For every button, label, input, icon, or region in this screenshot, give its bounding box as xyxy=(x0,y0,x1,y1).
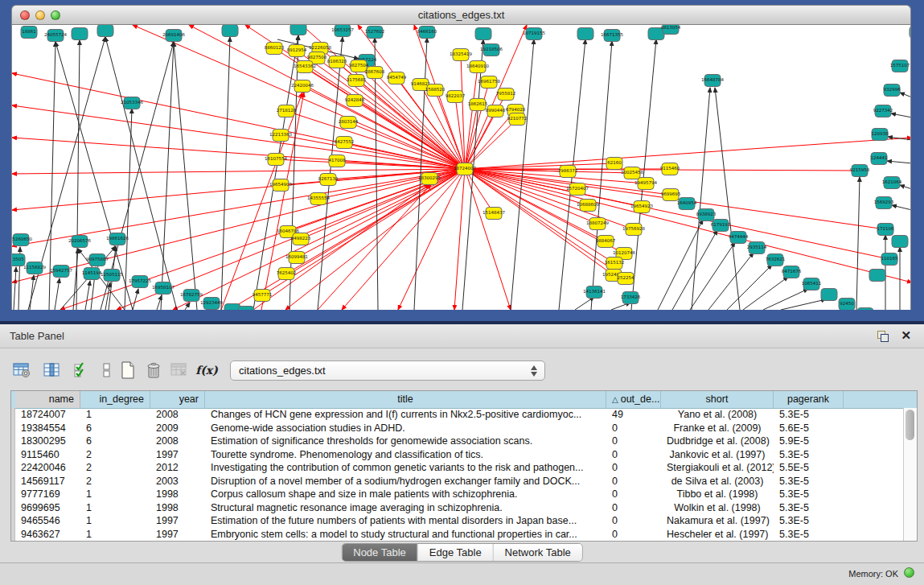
graph-node[interactable]: 8813054 xyxy=(661,25,681,35)
graph-node[interactable]: 2935114 xyxy=(747,242,767,254)
graph-node[interactable]: 9210772 xyxy=(507,113,528,126)
table-row[interactable]: 946554611997Estimation of the future num… xyxy=(11,514,904,528)
table-row[interactable]: 946362711997Embryonic stem cells: a mode… xyxy=(11,528,904,542)
graph-node[interactable]: 19861626 xyxy=(106,233,129,245)
graph-node[interactable]: 8860123 xyxy=(265,43,285,55)
graph-node[interactable]: 16648784 xyxy=(701,75,724,87)
graph-node[interactable]: 9474444 xyxy=(729,232,749,244)
graph-node[interactable]: 15942757 xyxy=(50,266,72,278)
vertical-scrollbar[interactable] xyxy=(903,408,917,541)
graph-node[interactable]: 16671355 xyxy=(601,30,623,42)
graph-node[interactable] xyxy=(72,28,88,40)
table-row[interactable]: 1456911722003Disruption of a novel membe… xyxy=(11,475,904,488)
graph-node[interactable]: 252254 xyxy=(618,273,634,285)
graph-node[interactable] xyxy=(475,28,491,40)
table-row[interactable]: 2242004622012Investigating the contribut… xyxy=(11,461,904,475)
graph-node[interactable]: 9242848 xyxy=(345,95,365,107)
table-row[interactable]: 911546021997Tourette syndrome. Phenomeno… xyxy=(11,448,904,462)
graph-node[interactable]: 9699695 xyxy=(661,189,681,201)
delete-table-button[interactable] xyxy=(169,360,190,381)
graph-node[interactable]: 12213363 xyxy=(269,130,292,142)
graph-node[interactable]: 9215958 xyxy=(850,165,870,177)
graph-node[interactable]: 19218506 xyxy=(480,44,503,56)
graph-node[interactable]: 8267130 xyxy=(318,174,339,186)
graph-node[interactable]: 92450 xyxy=(839,299,855,311)
graph-node[interactable]: 7625402 xyxy=(277,268,297,280)
graph-node[interactable]: 20691406 xyxy=(162,30,185,42)
column-header-pagerank[interactable]: pagerank xyxy=(774,391,844,408)
table-row[interactable]: 1872400712008Changes of HCN gene express… xyxy=(11,408,904,422)
graph-node[interactable]: 21053346 xyxy=(121,97,143,109)
tab-node-table[interactable]: Node Table xyxy=(342,544,418,561)
graph-node[interactable]: 7986372 xyxy=(558,166,578,178)
table-selector-dropdown[interactable]: citations_edges.txt xyxy=(230,360,545,381)
delete-column-button[interactable] xyxy=(143,360,164,381)
graph-node[interactable]: 2803144 xyxy=(339,117,359,129)
scrollbar-thumb[interactable] xyxy=(906,410,914,440)
select-all-button[interactable] xyxy=(71,360,92,381)
column-header-short[interactable]: short xyxy=(661,391,774,408)
graph-node[interactable]: 18325419 xyxy=(450,49,472,61)
graph-node[interactable]: 8186328 xyxy=(327,56,347,68)
network-graph[interactable]: 1886124055724206914061065325715276028466… xyxy=(12,25,911,310)
graph-node[interactable]: 1569293 xyxy=(874,197,894,209)
graph-node[interactable]: 19756928 xyxy=(622,224,645,236)
column-header-year[interactable]: year xyxy=(150,391,205,408)
graph-node[interactable]: 12505115 xyxy=(101,270,123,282)
graph-node[interactable]: 19654923 xyxy=(630,201,653,213)
graph-node[interactable]: 9457771 xyxy=(253,290,273,302)
column-header-in_degree[interactable]: in_degree xyxy=(80,391,150,408)
column-header-name[interactable]: name xyxy=(15,391,80,408)
graph-node[interactable]: 17957225 xyxy=(129,276,151,288)
close-panel-icon[interactable]: ✕ xyxy=(901,328,911,343)
graph-node[interactable]: 1621064 xyxy=(882,177,902,189)
graph-node[interactable] xyxy=(238,307,254,311)
graph-node[interactable]: 2718126 xyxy=(277,105,297,117)
graph-node[interactable]: 8471676 xyxy=(782,266,802,278)
graph-node[interactable]: 120938 xyxy=(872,129,889,141)
graph-node[interactable]: 172106 xyxy=(877,224,894,236)
graph-node[interactable]: 3175685 xyxy=(347,75,367,87)
graph-node[interactable]: 7632621 xyxy=(766,254,786,266)
graph-node[interactable]: 1588520 xyxy=(425,84,446,97)
graph-node[interactable]: 9498223 xyxy=(291,233,311,245)
graph-node[interactable]: 19654903 xyxy=(269,179,292,192)
graph-node[interactable]: 8454749 xyxy=(387,72,407,84)
new-column-button[interactable] xyxy=(117,360,138,381)
float-panel-icon[interactable] xyxy=(877,331,889,342)
graph-node[interactable]: 62160 xyxy=(606,158,622,170)
table-row[interactable]: 1830029562008Estimation of significance … xyxy=(11,435,904,448)
graph-node[interactable]: 417008 xyxy=(329,155,346,167)
graph-node[interactable] xyxy=(892,236,908,248)
graph-node[interactable] xyxy=(857,308,873,311)
graph-node[interactable]: 8990448 xyxy=(486,105,506,117)
graph-node[interactable]: 8912954 xyxy=(287,45,307,57)
network-canvas[interactable]: 1886124055724206914061065325715276028466… xyxy=(11,25,911,310)
graph-node[interactable]: 11156829 xyxy=(23,262,46,274)
table-panel-titlebar[interactable]: Table Panel ✕ xyxy=(0,324,924,348)
table-mode-button[interactable] xyxy=(11,360,32,381)
graph-node[interactable]: 14355554 xyxy=(307,193,330,205)
graph-node[interactable]: 1733426 xyxy=(621,292,641,304)
graph-node[interactable]: 20206576 xyxy=(68,236,91,248)
graph-node[interactable]: 9115460 xyxy=(660,163,680,175)
graph-node[interactable]: 90975887 xyxy=(86,254,109,266)
graph-node[interactable]: 7955812 xyxy=(496,89,516,101)
graph-node[interactable]: 16958107 xyxy=(152,282,175,295)
graph-node[interactable]: 15720407 xyxy=(566,183,589,196)
graph-node[interactable]: 110165 xyxy=(881,253,898,266)
graph-node[interactable]: 124441 xyxy=(871,153,888,165)
memory-status-indicator[interactable] xyxy=(904,567,914,578)
graph-node[interactable]: 10653257 xyxy=(331,25,354,37)
graph-node[interactable]: 1575107 xyxy=(890,60,910,72)
graph-node[interactable] xyxy=(290,25,306,35)
table-row[interactable]: 1938455462009Genome-wide association stu… xyxy=(11,422,904,435)
graph-node[interactable]: 10719155 xyxy=(523,28,545,40)
graph-node[interactable]: 18640910 xyxy=(466,61,489,73)
network-window-titlebar[interactable]: citations_edges.txt xyxy=(11,5,911,25)
graph-node[interactable]: 9822037 xyxy=(446,91,466,103)
graph-node[interactable]: 15148437 xyxy=(483,208,505,220)
graph-node[interactable] xyxy=(577,28,593,40)
graph-node[interactable]: 18861 xyxy=(21,27,37,39)
graph-node[interactable]: 932996 xyxy=(884,84,901,97)
